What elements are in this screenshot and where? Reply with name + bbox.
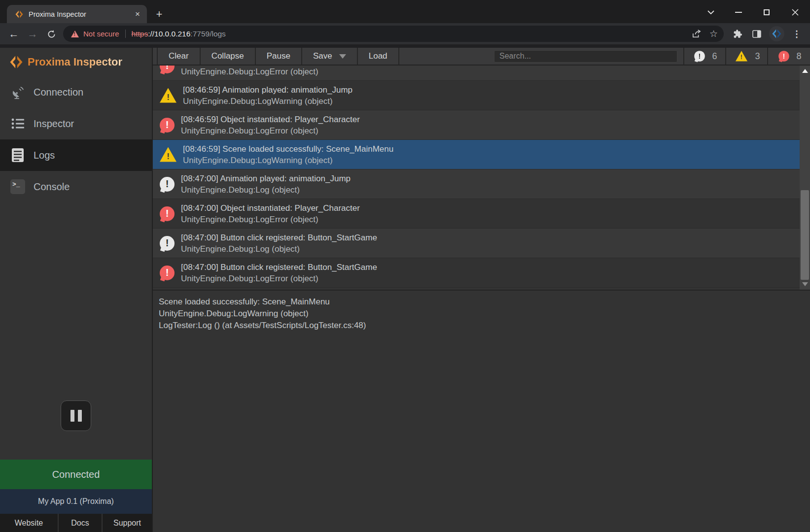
error-icon — [160, 206, 175, 221]
side-panel-icon[interactable] — [750, 27, 764, 41]
proxima-logo-icon — [9, 55, 24, 69]
pause-button[interactable]: Pause — [256, 48, 302, 65]
log-message: [08:46:59] Animation played: animation_J… — [183, 85, 352, 95]
log-source: UnityEngine.Debug:LogWarning (object) — [183, 97, 333, 106]
scroll-up-arrow-icon[interactable] — [802, 69, 808, 73]
scroll-down-arrow-icon[interactable] — [802, 282, 808, 286]
sidebar: Proxima Inspector Connection — [0, 48, 153, 532]
sidebar-footer: Website Docs Support — [0, 514, 152, 532]
sidebar-item-label: Console — [34, 181, 70, 193]
save-button[interactable]: Save — [302, 48, 358, 65]
sidebar-item-label: Connection — [34, 87, 83, 98]
error-count-filter[interactable]: 8 — [767, 48, 810, 65]
pause-icon — [70, 410, 74, 422]
logs-panel: Clear Collapse Pause Save Load 6 3 8 — [153, 48, 810, 532]
save-dropdown-caret-icon[interactable] — [339, 54, 346, 59]
profile-avatar[interactable] — [769, 26, 784, 41]
log-message: [08:47:00] Animation played: animation_J… — [181, 174, 351, 183]
detail-line: LogTester:Log () (at Assets/TestScripts/… — [159, 320, 810, 332]
info-icon — [695, 51, 705, 62]
log-row[interactable]: [08:47:00] Object instantiated: Player_C… — [153, 199, 800, 229]
log-message: [08:46:59] Object instantiated: Player_C… — [181, 115, 360, 124]
detail-line: UnityEngine.Debug:LogWarning (object) — [159, 308, 810, 320]
log-message: [08:47:00] Button click registered: Butt… — [181, 233, 377, 242]
reload-icon[interactable] — [43, 26, 59, 42]
browser-tab[interactable]: Proxima Inspector × — [7, 5, 147, 23]
clear-button[interactable]: Clear — [157, 48, 201, 65]
detail-line: Scene loaded successfully: Scene_MainMen… — [159, 296, 810, 308]
log-row[interactable]: [08:46:59] Object instantiated: Player_C… — [153, 110, 800, 140]
log-source: UnityEngine.Debug:LogError (object) — [181, 215, 318, 224]
log-source: UnityEngine.Debug:LogError (object) — [181, 67, 318, 76]
not-secure-warning-icon — [71, 31, 79, 37]
connection-status-badge: Connected — [0, 460, 152, 489]
browser-addressbar: ← → Not secure https://10.0.0.216:7759/l… — [0, 23, 810, 44]
log-row[interactable]: [08:46:59] Scene loaded successfully: Sc… — [153, 140, 800, 169]
url-scheme: https — [132, 30, 148, 38]
log-row[interactable]: [08:47:00] Button click registered: Butt… — [153, 258, 800, 288]
browser-window: Proxima Inspector × + ← → Not secure — [0, 0, 810, 532]
footer-link-support[interactable]: Support — [103, 514, 152, 532]
sidebar-item-label: Inspector — [34, 118, 74, 130]
search-input[interactable] — [494, 50, 677, 63]
log-list: UnityEngine.Debug:LogError (object) [08:… — [153, 66, 810, 290]
window-maximize-button[interactable] — [760, 7, 773, 18]
log-source: UnityEngine.Debug:LogError (object) — [181, 274, 318, 283]
log-message: [08:46:59] Scene loaded successfully: Sc… — [183, 144, 393, 154]
share-icon[interactable] — [692, 30, 702, 38]
error-icon — [779, 51, 790, 62]
log-row[interactable]: [08:47:00] Button click registered: Butt… — [153, 229, 800, 258]
log-row[interactable]: UnityEngine.Debug:LogError (object) — [153, 66, 800, 81]
extensions-puzzle-icon[interactable] — [731, 27, 744, 41]
info-count-filter[interactable]: 6 — [683, 48, 725, 65]
window-close-button[interactable] — [789, 7, 802, 18]
log-source: UnityEngine.Debug:Log (object) — [181, 244, 300, 254]
omnibox[interactable]: Not secure https://10.0.0.216:7759/logs … — [63, 26, 724, 42]
pause-icon — [78, 410, 82, 422]
sidebar-item-inspector[interactable]: Inspector — [0, 108, 152, 139]
url-path: :7759/logs — [190, 30, 226, 38]
warning-icon — [160, 88, 176, 103]
log-source: UnityEngine.Debug:LogError (object) — [181, 126, 318, 135]
back-icon[interactable]: ← — [6, 26, 22, 42]
app-info-bar: My App 0.1 (Proxima) — [0, 489, 152, 514]
sidebar-item-logs[interactable]: Logs — [0, 139, 152, 171]
log-list-scrollbar[interactable] — [800, 66, 810, 290]
sidebar-item-connection[interactable]: Connection — [0, 76, 152, 108]
info-icon — [160, 236, 175, 251]
new-tab-button[interactable]: + — [153, 8, 166, 21]
warning-count: 3 — [755, 51, 760, 62]
log-message: [08:47:00] Object instantiated: Player_C… — [181, 203, 360, 213]
window-minimize-button[interactable] — [732, 7, 745, 18]
tab-close-icon[interactable]: × — [133, 10, 142, 19]
footer-link-website[interactable]: Website — [0, 514, 58, 532]
page-top-border — [0, 44, 810, 48]
tab-title: Proxima Inspector — [29, 10, 133, 18]
collapse-button[interactable]: Collapse — [201, 48, 256, 65]
omnibox-divider — [125, 30, 126, 38]
tab-search-chevron-icon[interactable] — [704, 7, 717, 18]
not-secure-label[interactable]: Not secure — [83, 30, 119, 38]
warning-icon — [160, 147, 176, 162]
footer-link-docs[interactable]: Docs — [58, 514, 103, 532]
warning-count-filter[interactable]: 3 — [725, 48, 767, 65]
url-host: ://10.0.0.216 — [148, 30, 190, 38]
logs-toolbar: Clear Collapse Pause Save Load 6 3 8 — [153, 48, 810, 66]
satellite-icon — [10, 84, 26, 100]
url-text[interactable]: https://10.0.0.216:7759/logs — [132, 30, 226, 38]
log-row[interactable]: [08:46:59] Animation played: animation_J… — [153, 81, 800, 110]
warning-icon — [736, 51, 747, 62]
load-button[interactable]: Load — [358, 48, 399, 65]
log-message: [08:47:00] Button click registered: Butt… — [181, 263, 377, 272]
pause-stream-button[interactable] — [61, 400, 91, 431]
sidebar-item-label: Logs — [34, 150, 55, 161]
scrollbar-thumb[interactable] — [801, 190, 809, 280]
log-row[interactable]: [08:47:00] Animation played: animation_J… — [153, 169, 800, 199]
forward-icon: → — [25, 26, 40, 42]
browser-menu-dots-icon[interactable]: ⋮ — [790, 27, 804, 41]
error-icon — [160, 266, 175, 280]
log-source: UnityEngine.Debug:LogWarning (object) — [183, 156, 333, 165]
sidebar-item-console[interactable]: >_ Console — [0, 171, 152, 202]
browser-titlebar: Proxima Inspector × + — [0, 0, 810, 23]
bookmark-star-icon[interactable]: ☆ — [709, 28, 718, 39]
